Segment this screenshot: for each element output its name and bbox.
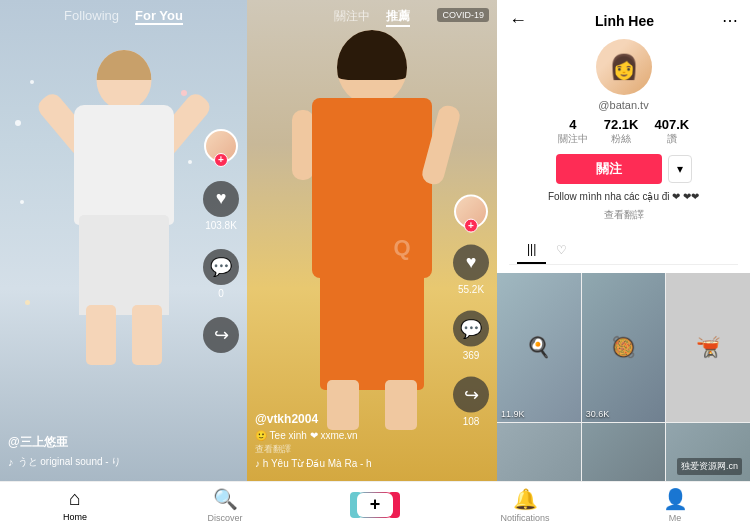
mid-arm-left	[292, 110, 314, 180]
left-song-info: ♪ うと original sound - り	[8, 455, 197, 469]
profile-handle: @batan.tv	[598, 99, 648, 111]
covid-badge: COVID-19	[437, 8, 489, 22]
profile-avatar-row: 👩 @batan.tv 4 關注中 72.1K 粉絲 407.K 讚	[509, 39, 738, 230]
mid-song-info: ♪ h Yêu Từ Đầu Mà Ra - h	[255, 458, 442, 469]
left-side-icons: + ♥ 103.8K 💬 0 ↪	[203, 129, 239, 353]
tab-liked[interactable]: ♡	[546, 236, 577, 264]
heart-icon: ♥	[203, 181, 239, 217]
video-thumb-2[interactable]: 🥘 30.6K	[582, 273, 666, 422]
comment-button-mid[interactable]: 💬 369	[453, 310, 489, 360]
add-button[interactable]: +	[356, 492, 394, 518]
left-username: @三上悠亜	[8, 434, 197, 451]
nav-me[interactable]: 👤 Me	[600, 487, 750, 523]
leg-left	[86, 305, 116, 365]
middle-side-icons: + ♥ 55.2K 💬 369 ↪ 108	[453, 194, 489, 426]
nav-notifications[interactable]: 🔔 Notifications	[450, 487, 600, 523]
figure-head	[96, 50, 151, 110]
mid-creator-avatar[interactable]: +	[454, 194, 488, 228]
bottom-nav: ⌂ Home 🔍 Discover + 🔔 Notifications 👤 Me	[0, 481, 750, 527]
video-thumb-3[interactable]: 🫕	[666, 273, 750, 422]
video-grid: 🍳 11.9K 🥘 30.6K 🫕 🥗 15.6K 🍲 🧆 🥙	[497, 273, 750, 481]
video-thumb-4[interactable]: 🥗 15.6K	[497, 423, 581, 481]
left-song-text: うと original sound - り	[18, 455, 122, 469]
follow-more-button[interactable]: ▾	[668, 155, 692, 183]
figure-hair	[96, 50, 151, 80]
tab-videos[interactable]: |||	[517, 236, 546, 264]
follow-plus[interactable]: +	[214, 153, 228, 167]
following-tab[interactable]: Following	[64, 8, 119, 25]
profile-name: Linh Hee	[535, 13, 714, 29]
profile-avatar: 👩	[596, 39, 652, 95]
video-count-1: 11.9K	[501, 409, 525, 419]
mid-pants	[320, 270, 424, 390]
middle-video-panel[interactable]: 關注中 推薦 COVID-19 Q + ♥ 55.2K	[247, 0, 497, 481]
mid-desc: 🙂 Tee xinh ❤ xxme.vn	[255, 430, 442, 441]
mid-share-icon: ↪	[453, 376, 489, 412]
like-button-left[interactable]: ♥ 103.8K	[203, 181, 239, 231]
followers-label: 粉絲	[611, 132, 631, 146]
video-count-2: 30.6K	[586, 409, 610, 419]
thumb-scene-4: 🥗	[497, 423, 581, 481]
home-label: Home	[63, 512, 87, 522]
mid-follow-plus[interactable]: +	[464, 218, 478, 232]
comment-button-left[interactable]: 💬 0	[203, 249, 239, 299]
follow-button[interactable]: 關注	[556, 154, 662, 184]
share-icon: ↪	[203, 317, 239, 353]
profile-top-bar: ← Linh Hee ⋯	[509, 10, 738, 31]
like-count-left: 103.8K	[205, 220, 237, 231]
followers-num: 72.1K	[604, 117, 639, 132]
back-button[interactable]: ←	[509, 10, 527, 31]
share-button-left[interactable]: ↪	[203, 317, 239, 353]
mid-comment-icon: 💬	[453, 310, 489, 346]
thumb-scene-5: 🍲	[582, 423, 666, 481]
bio-text: Follow mình nha các cậu đi ❤ ❤❤	[548, 190, 699, 204]
profile-more-button[interactable]: ⋯	[722, 11, 738, 30]
tab-row: ||| ♡	[509, 236, 738, 265]
following-cn-tab[interactable]: 關注中	[334, 8, 370, 27]
notifications-icon: 🔔	[513, 487, 538, 511]
video-thumb-1[interactable]: 🍳 11.9K	[497, 273, 581, 422]
likes-num: 407.K	[655, 117, 690, 132]
left-video-panel[interactable]: Following For You	[0, 0, 247, 481]
following-label: 關注中	[558, 132, 588, 146]
comment-count-left: 0	[218, 288, 224, 299]
creator-avatar[interactable]: +	[204, 129, 238, 163]
watermark: 独爱资源网.cn	[677, 458, 742, 475]
profile-header: ← Linh Hee ⋯ 👩 @batan.tv 4 關注中 72.1K 粉絲	[497, 0, 750, 273]
mid-hair	[337, 30, 407, 80]
sparkle	[15, 120, 21, 126]
figure-shirt	[74, 105, 174, 225]
mid-username: @vtkh2004	[255, 412, 442, 426]
like-count-mid: 55.2K	[458, 283, 484, 294]
stat-followers: 72.1K 粉絲	[604, 117, 639, 146]
nav-add[interactable]: +	[300, 492, 450, 518]
for-you-tab[interactable]: For You	[135, 8, 183, 25]
me-label: Me	[669, 513, 682, 523]
discover-label: Discover	[207, 513, 242, 523]
comment-count-mid: 369	[463, 349, 480, 360]
left-top-nav: Following For You	[0, 8, 247, 25]
bio-translate[interactable]: 查看翻譯	[604, 208, 644, 222]
nav-discover[interactable]: 🔍 Discover	[150, 487, 300, 523]
recommended-cn-tab[interactable]: 推薦	[386, 8, 410, 27]
sparkle	[25, 300, 30, 305]
stat-following: 4 關注中	[558, 117, 588, 146]
music-note-icon: ♪	[8, 456, 14, 468]
video-thumb-5[interactable]: 🍲	[582, 423, 666, 481]
mid-figure: Q	[282, 30, 462, 430]
sparkle	[20, 200, 24, 204]
mid-head	[337, 30, 407, 105]
home-icon: ⌂	[69, 487, 81, 510]
thumb-scene-3: 🫕	[666, 273, 750, 422]
video-figure	[54, 50, 194, 380]
like-button-mid[interactable]: ♥ 55.2K	[453, 244, 489, 294]
add-icon: +	[357, 493, 393, 517]
share-button-mid[interactable]: ↪ 108	[453, 376, 489, 426]
mid-translate[interactable]: 查看翻譯	[255, 443, 442, 456]
profile-icon: 👤	[663, 487, 688, 511]
middle-bottom-info: @vtkh2004 🙂 Tee xinh ❤ xxme.vn 查看翻譯 ♪ h …	[255, 412, 442, 469]
share-count-mid: 108	[463, 415, 480, 426]
profile-stats: 4 關注中 72.1K 粉絲 407.K 讚	[558, 117, 689, 146]
avatar-image: 👩	[596, 39, 652, 95]
nav-home[interactable]: ⌂ Home	[0, 487, 150, 522]
